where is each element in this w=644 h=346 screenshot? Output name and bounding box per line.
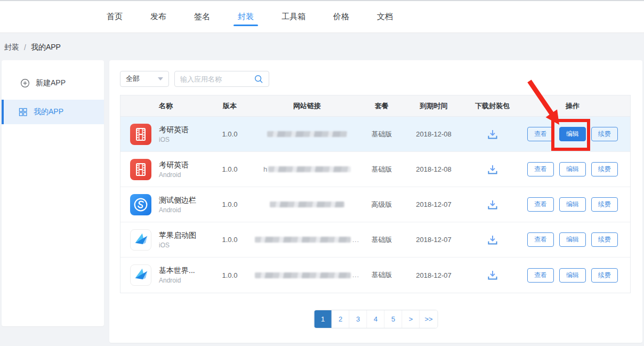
actions-cell: 查看编辑续费 [515,127,630,141]
tab-home[interactable]: 首页 [106,1,124,33]
view-button[interactable]: 查看 [527,268,554,283]
page-button-3[interactable]: 3 [350,310,367,328]
package-cell: 基础版 [366,270,398,280]
app-name-cell: 考研英语Android [120,159,211,180]
tab-price[interactable]: 价格 [332,1,350,33]
category-dropdown-value: 全部 [126,74,140,84]
sidebar-item-label: 新建APP [36,78,66,88]
app-name-cell: 测试侧边栏Android [120,194,211,215]
package-cell: 基础版 [366,130,398,139]
link-prefix: h [263,165,267,173]
film-app-icon [130,124,151,145]
download-icon[interactable] [486,268,500,282]
edit-button[interactable]: 编辑 [559,268,586,283]
breadcrumb-current: 我的APP [31,43,61,52]
edit-button[interactable]: 编辑 [559,197,586,212]
download-cell [470,127,515,141]
version-cell: 1.0.0 [211,236,248,244]
view-button[interactable]: 查看 [527,232,554,247]
table-row: 考研英语Android1.0.0h基础版2018-12-08查看编辑续费 [120,152,630,187]
breadcrumb-section[interactable]: 封装 [4,43,19,52]
top-navigation: 首页发布签名封装工具箱价格文档 [0,0,644,33]
view-button[interactable]: 查看 [527,162,554,176]
app-platform: Android [159,206,196,214]
app-platform: Android [159,171,189,179]
page-button-2[interactable]: 2 [332,310,350,328]
masked-link [255,272,351,278]
masked-link [270,202,344,207]
download-cell [470,163,515,176]
package-cell: 高级版 [366,200,398,210]
masked-link [255,237,351,243]
edit-button[interactable]: 编辑 [559,232,586,247]
app-table: 名称版本网站链接套餐到期时间下载封装包操作 考研英语iOS1.0.0基础版201… [120,95,631,293]
page-button-last[interactable]: >> [420,310,438,328]
nav-tabs: 首页发布签名封装工具箱价格文档 [106,1,394,33]
column-header: 名称 [120,101,211,111]
table-header: 名称版本网站链接套餐到期时间下载封装包操作 [120,95,630,117]
link-suffix: ... [352,236,359,244]
chevron-down-icon [158,77,163,81]
renew-button[interactable]: 续费 [591,162,618,176]
tab-toolbox[interactable]: 工具箱 [280,1,307,33]
page-button-4[interactable]: 4 [367,310,385,328]
app-name: 考研英语 [159,160,189,170]
renew-button[interactable]: 续费 [591,268,618,283]
download-cell [470,233,515,247]
app-platform: iOS [159,242,196,249]
renew-button[interactable]: 续费 [591,232,618,247]
edit-button[interactable]: 编辑 [559,162,586,176]
link-cell: ... [248,236,366,244]
renew-button[interactable]: 续费 [591,127,618,141]
download-cell [470,268,515,282]
tab-publish[interactable]: 发布 [149,1,167,33]
download-cell [470,198,515,212]
download-icon[interactable] [486,233,500,247]
table-row: 考研英语iOS1.0.0基础版2018-12-08查看编辑续费 [120,117,630,152]
app-name-cell: 基本世界...Android [120,264,211,286]
tab-package[interactable]: 封装 [237,1,255,33]
sidebar-item-label: 我的APP [34,107,63,117]
expiry-cell: 2018-12-07 [398,236,470,244]
link-cell [248,202,366,207]
actions-cell: 查看编辑续费 [515,162,630,176]
renew-button[interactable]: 续费 [591,197,618,212]
page-button-1[interactable]: 1 [315,310,332,328]
search-input[interactable] [180,75,254,83]
breadcrumb-separator: / [24,43,26,52]
download-icon[interactable] [486,198,500,212]
film-app-icon [130,159,151,180]
version-cell: 1.0.0 [211,200,248,208]
tab-docs[interactable]: 文档 [376,1,394,33]
expiry-cell: 2018-12-07 [398,271,470,279]
category-dropdown[interactable]: 全部 [120,71,169,87]
sidebar-item-my-app[interactable]: 我的APP [2,100,104,124]
masked-link [267,131,347,137]
column-header: 套餐 [366,101,398,111]
actions-cell: 查看编辑续费 [515,232,630,247]
tab-signature[interactable]: 签名 [193,1,211,33]
masked-link [268,166,351,172]
grid-icon [18,107,28,117]
search-icon[interactable] [254,74,263,84]
link-cell [248,131,366,137]
view-button[interactable]: 查看 [527,127,554,141]
page-button-5[interactable]: 5 [385,310,402,328]
expiry-cell: 2018-12-07 [398,200,470,208]
app-name: 基本世界... [159,266,195,275]
expiry-cell: 2018-12-08 [398,165,470,173]
download-icon[interactable] [486,163,500,176]
column-header: 到期时间 [398,101,470,111]
page-button-next[interactable]: > [402,310,420,328]
link-suffix: ... [352,271,359,279]
view-button[interactable]: 查看 [527,197,554,212]
search-box [174,71,269,87]
sidebar-item-new-app[interactable]: 新建APP [2,71,104,95]
app-platform: iOS [159,136,189,143]
table-row: 基本世界...Android1.0.0...基础版2018-12-07查看编辑续… [120,258,630,293]
download-icon[interactable] [486,127,500,141]
edit-button-row-1[interactable]: 编辑 [559,127,586,141]
version-cell: 1.0.0 [211,130,248,138]
bird-app-icon [130,264,151,286]
plus-circle-icon [20,78,30,88]
